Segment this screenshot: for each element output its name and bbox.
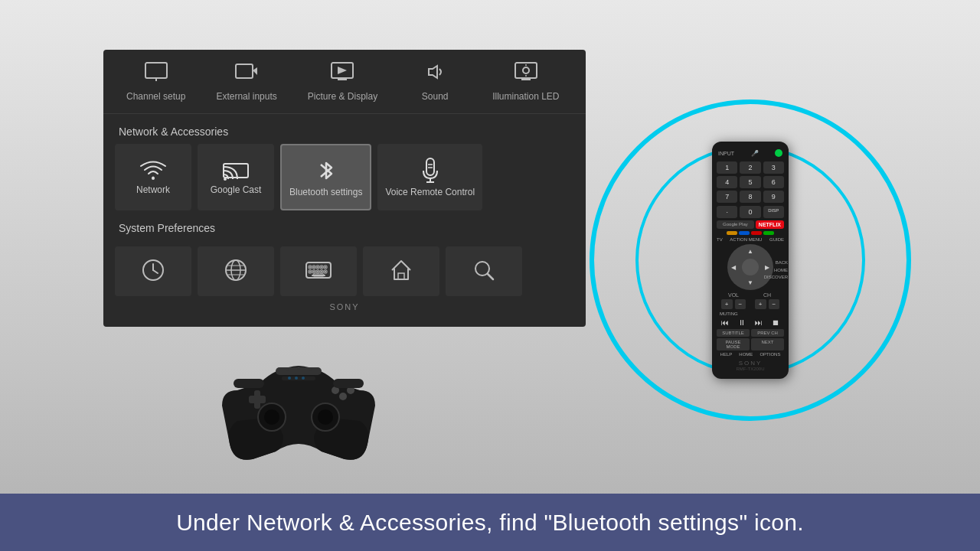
- remote-model: RMF-TX200U: [717, 367, 784, 371]
- keyboard-icon: [305, 259, 332, 283]
- action-btns: SUBTITLE PREV CH PAUSE MODE NEXT: [717, 329, 784, 350]
- menu-label-picture-display: Picture & Display: [308, 91, 377, 102]
- num-6[interactable]: 6: [763, 176, 784, 188]
- home2-button[interactable]: HOME: [739, 352, 753, 357]
- menu-item-external-inputs[interactable]: External inputs: [201, 50, 292, 113]
- num-7[interactable]: 7: [717, 191, 737, 203]
- svg-rect-3: [236, 64, 253, 78]
- gamepad-svg: [214, 344, 383, 467]
- num-3[interactable]: 3: [763, 161, 784, 174]
- menu-item-illumination-led[interactable]: Illumination LED: [477, 50, 574, 113]
- stop-button[interactable]: ⏹: [772, 318, 779, 327]
- grid-item-network[interactable]: Network: [115, 144, 191, 210]
- svg-point-57: [264, 409, 279, 425]
- menu-label-external-inputs: External inputs: [216, 91, 276, 102]
- vol-down[interactable]: −: [735, 299, 746, 309]
- subtitle-button[interactable]: SUBTITLE: [717, 329, 750, 337]
- display-btn[interactable]: DISP: [763, 206, 784, 218]
- num-5[interactable]: 5: [740, 176, 760, 188]
- svg-line-23: [153, 270, 158, 273]
- sys-item-home[interactable]: [363, 246, 439, 296]
- sys-item-keyboard[interactable]: [280, 246, 357, 296]
- sys-item-search[interactable]: [446, 246, 522, 296]
- ch-down[interactable]: −: [769, 299, 780, 309]
- next-ch-button[interactable]: NEXT: [751, 338, 784, 350]
- svg-point-62: [339, 393, 347, 400]
- bottom-banner: Under Network & Accessories, find "Bluet…: [0, 494, 980, 551]
- next-button[interactable]: ⏭: [755, 318, 763, 327]
- vol-up[interactable]: +: [721, 299, 733, 309]
- system-section: System Preferences: [103, 210, 586, 296]
- menu-item-channel-setup[interactable]: Channel setup: [111, 50, 201, 113]
- svg-rect-52: [398, 273, 404, 279]
- guide-button[interactable]: GUIDE: [769, 237, 784, 242]
- grid-label-network: Network: [136, 184, 170, 195]
- svg-point-15: [224, 178, 227, 181]
- blue-button[interactable]: [739, 231, 750, 235]
- gamepad: [214, 344, 383, 467]
- svg-point-72: [286, 368, 289, 371]
- prev-ch-button[interactable]: PREV CH: [751, 329, 784, 337]
- prev-button[interactable]: ⏮: [721, 318, 729, 327]
- discover-button[interactable]: DISCOVER: [764, 274, 788, 282]
- grid-label-voice-remote: Voice Remote Control: [385, 187, 475, 197]
- action-menu-button[interactable]: ACTION MENU: [730, 237, 762, 242]
- grid-item-google-cast[interactable]: Google Cast: [198, 144, 274, 210]
- num-9[interactable]: 9: [763, 191, 784, 203]
- muting-button[interactable]: MUTING: [720, 311, 738, 316]
- svg-rect-61: [249, 396, 266, 403]
- tv-button[interactable]: TV: [717, 237, 723, 242]
- options-button[interactable]: OPTIONS: [760, 352, 780, 357]
- clock-icon: [141, 258, 165, 285]
- remote-brand: SONY: [717, 360, 784, 367]
- num-4[interactable]: 4: [717, 176, 737, 188]
- dpad-area: ▲ ▼ ◀ ▶ BACK HOME DISCOVER: [717, 244, 784, 290]
- num-2[interactable]: 2: [740, 161, 760, 174]
- gamepad-container: [214, 344, 383, 467]
- red-button[interactable]: [751, 231, 762, 235]
- power-button[interactable]: [775, 149, 782, 157]
- grid-label-bluetooth: Bluetooth settings: [289, 187, 362, 197]
- dpad-center[interactable]: [742, 259, 759, 276]
- home-button[interactable]: HOME: [764, 267, 788, 275]
- banner-text: Under Network & Accessories, find "Bluet…: [176, 510, 804, 536]
- svg-point-59: [318, 409, 333, 425]
- network-section: Network & Accessories Network: [103, 114, 586, 210]
- vol-ch-row: VOL + − CH + −: [717, 292, 784, 309]
- wifi-icon: [139, 159, 167, 184]
- grid-item-voice-remote[interactable]: Voice Remote Control: [377, 144, 482, 210]
- bluetooth-icon: [315, 157, 338, 187]
- menu-label-channel-setup: Channel setup: [126, 91, 185, 102]
- svg-point-73: [297, 367, 300, 370]
- netflix-button[interactable]: NETFLIX: [756, 220, 784, 229]
- num-0[interactable]: 0: [740, 206, 760, 218]
- num-dot[interactable]: ·: [717, 206, 737, 218]
- yellow-button[interactable]: [727, 231, 737, 235]
- green-button[interactable]: [763, 231, 774, 235]
- remote-control: INPUT 🎤 1 2 3 4 5 6 7 8 9 · 0 DISP: [712, 142, 789, 379]
- svg-point-13: [152, 177, 155, 180]
- top-menu: Channel setup External inputs Picture: [103, 50, 586, 114]
- sys-item-clock[interactable]: [115, 246, 191, 296]
- ch-up[interactable]: +: [755, 299, 766, 309]
- cast-icon: [222, 159, 250, 184]
- menu-item-sound[interactable]: Sound: [393, 50, 477, 113]
- svg-rect-70: [234, 379, 264, 388]
- settings-panel: Channel setup External inputs Picture: [103, 50, 586, 327]
- color-buttons: [717, 231, 784, 235]
- back-button[interactable]: BACK: [764, 259, 788, 267]
- menu-item-picture-display[interactable]: Picture & Display: [292, 50, 393, 113]
- num-1[interactable]: 1: [717, 161, 737, 174]
- sys-item-globe[interactable]: [198, 246, 274, 296]
- grid-item-bluetooth[interactable]: Bluetooth settings: [280, 144, 371, 210]
- pause-mode-button[interactable]: PAUSE MODE: [717, 338, 750, 350]
- system-prefs-grid: [103, 246, 586, 296]
- svg-rect-16: [426, 158, 434, 175]
- play-pause-button[interactable]: ⏸: [738, 318, 746, 327]
- google-play-button[interactable]: Google Play: [717, 220, 754, 229]
- num-8[interactable]: 8: [740, 191, 760, 203]
- svg-point-67: [288, 377, 291, 380]
- svg-line-54: [488, 274, 493, 279]
- help-button[interactable]: HELP: [720, 352, 733, 357]
- svg-point-10: [523, 67, 529, 73]
